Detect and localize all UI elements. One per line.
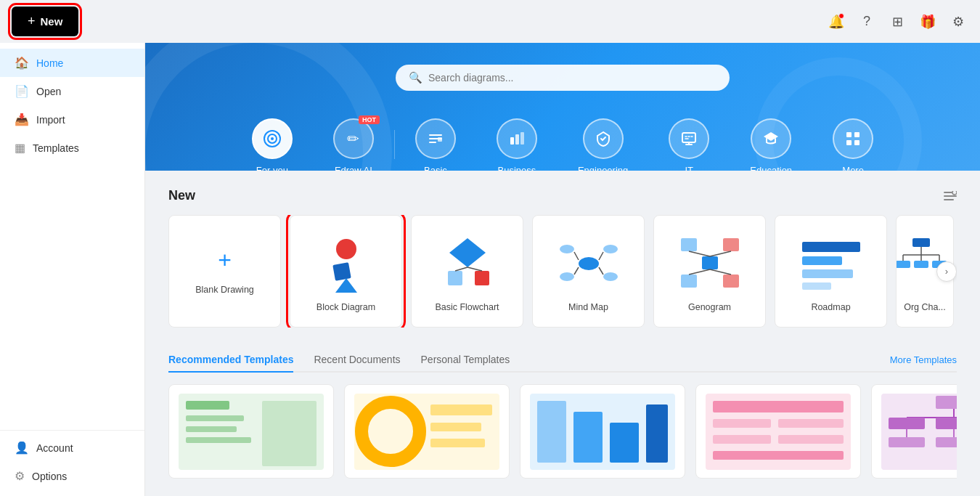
new-item-genogram[interactable]: Genogram — [653, 215, 766, 328]
new-button-label: New — [41, 15, 63, 28]
svg-rect-52 — [896, 261, 910, 268]
section-settings-btn[interactable] — [944, 191, 957, 201]
svg-rect-63 — [430, 404, 492, 415]
svg-line-30 — [574, 267, 579, 275]
svg-rect-36 — [723, 275, 739, 288]
svg-rect-72 — [713, 401, 844, 412]
new-item-basic-flowchart[interactable]: Basic Flowchart — [411, 215, 523, 328]
svg-point-24 — [579, 257, 599, 270]
svg-point-16 — [336, 239, 356, 259]
mind-map-label: Mind Map — [568, 302, 608, 312]
roadmap-label: Roadmap — [811, 302, 850, 312]
new-button[interactable]: + New — [12, 7, 78, 36]
gift-icon[interactable]: 🎁 — [918, 12, 938, 32]
sidebar-item-open[interactable]: 📄 Open — [0, 77, 144, 105]
category-business[interactable]: Business — [476, 111, 558, 171]
basic-circle — [415, 118, 456, 159]
svg-rect-88 — [889, 437, 925, 447]
svg-rect-68 — [573, 412, 603, 463]
new-item-block-diagram[interactable]: Block Diagram — [290, 215, 402, 328]
svg-rect-13 — [944, 195, 957, 197]
search-input[interactable] — [428, 72, 716, 84]
category-education[interactable]: Education — [730, 111, 812, 171]
category-it[interactable]: IT — [648, 111, 730, 171]
category-edraw-ai[interactable]: ✏ HOT Edraw AI — [313, 111, 394, 171]
sidebar-item-import[interactable]: 📥 Import — [0, 105, 144, 134]
svg-marker-18 — [335, 278, 357, 293]
svg-rect-67 — [537, 401, 566, 463]
sidebar-item-home[interactable]: 🏠 Home — [0, 49, 144, 77]
svg-rect-35 — [681, 275, 697, 288]
roadmap-thumb — [795, 231, 867, 296]
svg-rect-4 — [510, 137, 514, 145]
basic-flowchart-label: Basic Flowchart — [435, 302, 499, 312]
category-basic[interactable]: Basic — [395, 111, 476, 171]
options-icon: ⚙ — [15, 469, 25, 483]
svg-rect-83 — [936, 418, 957, 429]
education-label: Education — [750, 165, 792, 171]
new-items-next-arrow[interactable]: › — [936, 261, 957, 282]
template-card-5[interactable] — [871, 384, 957, 479]
genogram-label: Genogram — [688, 302, 731, 312]
new-section-title: New — [168, 188, 195, 203]
notification-badge — [838, 13, 844, 19]
tab-recent-documents[interactable]: Recent Documents — [314, 348, 400, 373]
notification-icon[interactable]: 🔔 — [826, 12, 846, 32]
svg-rect-42 — [802, 242, 860, 252]
sidebar-templates-label: Templates — [33, 142, 79, 154]
svg-line-29 — [574, 252, 579, 260]
import-icon: 📥 — [15, 113, 29, 126]
education-circle — [751, 118, 791, 159]
business-circle — [497, 118, 537, 159]
svg-rect-34 — [723, 238, 739, 251]
tab-personal-templates[interactable]: Personal Templates — [421, 348, 510, 373]
category-more[interactable]: More — [812, 111, 894, 171]
sidebar-item-templates[interactable]: ▦ Templates — [0, 134, 144, 162]
svg-rect-7 — [682, 133, 695, 142]
search-icon: 🔍 — [409, 71, 422, 84]
more-templates-link[interactable]: More Templates — [890, 354, 957, 365]
tab-recommended-templates[interactable]: Recommended Templates — [168, 348, 293, 373]
new-item-mind-map[interactable]: Mind Map — [532, 215, 645, 328]
genogram-thumb — [674, 231, 746, 296]
svg-rect-74 — [778, 419, 844, 428]
engineering-circle — [583, 118, 624, 159]
help-icon[interactable]: ? — [857, 12, 877, 32]
svg-line-38 — [689, 251, 710, 256]
svg-rect-56 — [186, 401, 229, 410]
category-engineering[interactable]: Engineering — [558, 111, 648, 171]
basic-label: Basic — [424, 165, 447, 171]
topbar-right: 🔔 ? ⊞ 🎁 ⚙ — [826, 12, 968, 32]
sidebar-open-label: Open — [36, 86, 61, 97]
template-card-2[interactable] — [344, 384, 510, 479]
templates-icon: ▦ — [15, 141, 25, 155]
apps-grid-icon[interactable]: ⊞ — [887, 12, 907, 32]
new-item-roadmap[interactable]: Roadmap — [775, 215, 887, 328]
svg-rect-9 — [854, 132, 859, 137]
main-layout: 🏠 Home 📄 Open 📥 Import ▦ Templates 👤 Acc… — [0, 43, 980, 496]
new-item-blank-drawing[interactable]: + Blank Drawing — [168, 215, 281, 328]
svg-rect-44 — [802, 269, 853, 278]
svg-marker-19 — [449, 238, 486, 267]
template-card-4[interactable] — [695, 384, 861, 479]
hero-banner: 🔍 For you ✏ — [145, 43, 980, 171]
settings-icon[interactable]: ⚙ — [948, 12, 968, 32]
block-diagram-thumb — [310, 231, 383, 296]
svg-rect-12 — [944, 192, 952, 193]
template-card-3[interactable] — [520, 384, 685, 479]
svg-line-40 — [689, 269, 710, 275]
template-card-1[interactable] — [168, 384, 334, 479]
svg-point-15 — [952, 191, 957, 195]
svg-rect-33 — [681, 238, 697, 251]
svg-point-27 — [603, 245, 618, 253]
sidebar: 🏠 Home 📄 Open 📥 Import ▦ Templates 👤 Acc… — [0, 43, 145, 496]
for-you-label: For you — [256, 165, 288, 171]
svg-rect-73 — [713, 419, 771, 428]
business-label: Business — [498, 165, 536, 171]
svg-point-26 — [560, 272, 574, 281]
sidebar-item-options[interactable]: ⚙ Options — [0, 462, 144, 490]
blank-plus-icon: + — [218, 248, 232, 272]
svg-rect-77 — [713, 451, 844, 460]
sidebar-item-account[interactable]: 👤 Account — [0, 434, 144, 462]
category-for-you[interactable]: For you — [232, 111, 313, 171]
